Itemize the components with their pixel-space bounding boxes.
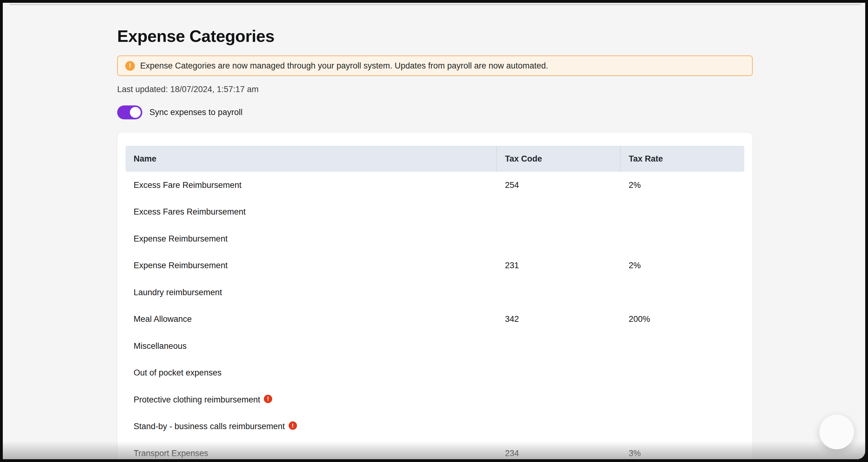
cell-tax-rate: 3% [621,449,744,458]
expense-name: Miscellaneous [134,341,187,351]
table-row[interactable]: Laundry reimbursement [126,279,744,306]
cell-name: Stand-by - business calls reimbursement … [126,422,497,431]
column-header-tax-code: Tax Code [497,146,621,172]
expense-name: Meal Allowance [134,314,192,324]
cell-name: Expense Reimbursement [126,234,497,244]
sync-toggle-row: Sync expenses to payroll [117,105,753,119]
table-row[interactable]: Excess Fare Reimbursement 254 2% [126,172,744,199]
cell-tax-code: 234 [497,449,621,458]
cell-name: Transport Expenses [126,449,497,458]
expense-name: Protective clothing reimbursement [134,395,260,405]
table-header-row: Name Tax Code Tax Rate [126,146,744,172]
alert-circle-icon: ! [125,61,135,71]
warning-banner-text: Expense Categories are now managed throu… [140,61,548,71]
cell-tax-rate: 2% [621,261,744,270]
table-row[interactable]: Transport Expenses 234 3% [126,440,744,459]
column-header-name: Name [126,146,497,172]
expense-name: Expense Reimbursement [134,261,227,270]
cell-name: Out of pocket expenses [126,368,497,378]
warning-banner: ! Expense Categories are now managed thr… [117,56,753,76]
cell-tax-code: 342 [497,314,621,324]
table-row[interactable]: Expense Reimbursement 231 2% [126,252,744,279]
cell-name: Excess Fares Reimbursement [126,207,497,217]
toggle-knob [130,107,141,118]
cell-name: Excess Fare Reimbursement [126,181,497,190]
column-header-tax-rate: Tax Rate [621,146,744,172]
table-row[interactable]: Expense Reimbursement [126,225,744,252]
expense-name: Expense Reimbursement [134,234,227,244]
last-updated-text: Last updated: 18/07/2024, 1:57:17 am [117,85,753,94]
row-alert-icon: ! [264,395,272,403]
table-row[interactable]: Out of pocket expenses [126,360,744,387]
cell-name: Miscellaneous [126,341,497,351]
table-row[interactable]: Excess Fares Reimbursement [126,199,744,226]
table-row[interactable]: Meal Allowance 342 200% [126,306,744,333]
expense-name: Transport Expenses [134,449,208,458]
cell-name: Protective clothing reimbursement ! [126,395,497,405]
expense-name: Stand-by - business calls reimbursement [134,422,285,431]
floating-widget-button[interactable] [819,414,854,449]
cell-name: Meal Allowance [126,314,497,324]
cell-name: Expense Reimbursement [126,261,497,270]
cell-tax-code: 231 [497,261,621,270]
cell-tax-rate: 2% [621,181,744,190]
cell-tax-rate: 200% [621,314,744,324]
main-content: Expense Categories ! Expense Categories … [117,3,753,459]
sync-expenses-toggle[interactable] [117,105,142,119]
cell-tax-code: 254 [497,181,621,190]
table-row[interactable]: Protective clothing reimbursement ! [126,386,744,413]
app-page: Expense Categories ! Expense Categories … [3,3,865,459]
table-row[interactable]: Stand-by - business calls reimbursement … [126,413,744,440]
page-title: Expense Categories [117,26,753,45]
table-body: Excess Fare Reimbursement 254 2% Excess … [126,172,744,459]
sync-toggle-label: Sync expenses to payroll [149,107,242,117]
expense-name: Laundry reimbursement [134,288,222,297]
expense-name: Out of pocket expenses [134,368,222,378]
expense-table-card: Name Tax Code Tax Rate Excess Fare Reimb… [117,132,753,459]
row-alert-icon: ! [289,421,297,430]
cell-name: Laundry reimbursement [126,288,497,297]
expense-name: Excess Fare Reimbursement [134,181,242,190]
expense-name: Excess Fares Reimbursement [134,207,246,217]
table-row[interactable]: Miscellaneous [126,333,744,360]
